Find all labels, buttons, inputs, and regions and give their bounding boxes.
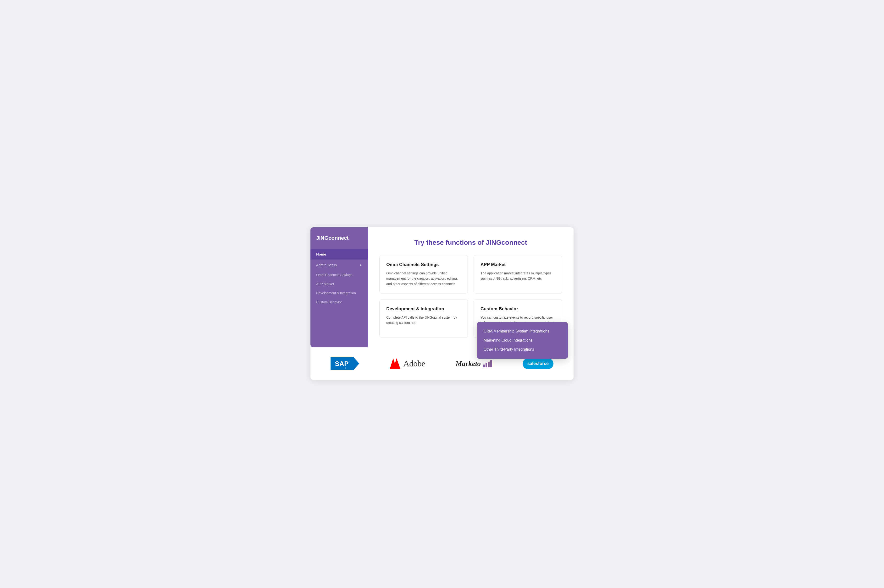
sidebar-item-home[interactable]: Home (310, 249, 368, 260)
sidebar-section-admin-setup[interactable]: Admin Setup ▲ (310, 260, 368, 270)
integration-dropdown: CRM/Membership System Integrations Marke… (477, 322, 568, 359)
card-app-market-title: APP Market (481, 262, 555, 267)
dropdown-item-marketing-cloud[interactable]: Marketing Cloud Integrations (484, 336, 561, 345)
card-omni-channels-desc: Omnichannel settings can provide unified… (386, 271, 461, 286)
sidebar: JINGconnect Home Admin Setup ▲ Omni Chan… (310, 227, 368, 347)
adobe-logo-text: Adobe (403, 358, 425, 369)
page-title: Try these functions of JINGconnect (379, 239, 562, 246)
card-dev-integration-desc: Complete API calls to the JINGdigital sy… (386, 315, 461, 326)
salesforce-logo-text: salesforce (528, 361, 549, 366)
sidebar-item-omni-channels[interactable]: Omni Channels Settings (310, 270, 368, 279)
marketo-bars-icon (483, 360, 492, 368)
sidebar-item-custom-behavior[interactable]: Custom Behavior (310, 298, 368, 307)
adobe-icon (390, 358, 400, 369)
partner-sap: SAP ® (331, 357, 359, 370)
dropdown-item-third-party[interactable]: Other Third-Party Integrations (484, 345, 561, 354)
marketo-logo-text: Marketo (456, 360, 481, 368)
card-dev-integration[interactable]: Development & Integration Complete API c… (379, 299, 468, 338)
sidebar-item-dev-integration[interactable]: Development & Integration (310, 288, 368, 298)
sidebar-section-label: Admin Setup (316, 263, 337, 267)
card-dev-integration-title: Development & Integration (386, 306, 461, 312)
partner-adobe: Adobe (390, 358, 425, 369)
partners-section: SAP ® Adobe Marketo (310, 357, 574, 370)
card-omni-channels[interactable]: Omni Channels Settings Omnichannel setti… (379, 255, 468, 294)
svg-text:®: ® (345, 367, 346, 369)
chevron-up-icon: ▲ (359, 263, 362, 267)
dropdown-item-crm[interactable]: CRM/Membership System Integrations (484, 327, 561, 336)
sap-logo-svg: SAP ® (331, 357, 359, 370)
card-app-market-desc: The application market integrates multip… (481, 271, 555, 281)
svg-text:SAP: SAP (335, 360, 349, 368)
sidebar-item-app-market[interactable]: APP Market (310, 279, 368, 288)
app-logo: JINGconnect (310, 235, 368, 249)
partner-salesforce: salesforce (523, 358, 553, 369)
card-app-market[interactable]: APP Market The application market integr… (474, 255, 562, 294)
card-omni-channels-title: Omni Channels Settings (386, 262, 461, 267)
partner-marketo: Marketo (456, 360, 492, 368)
card-custom-behavior-title: Custom Behavior (481, 306, 555, 312)
